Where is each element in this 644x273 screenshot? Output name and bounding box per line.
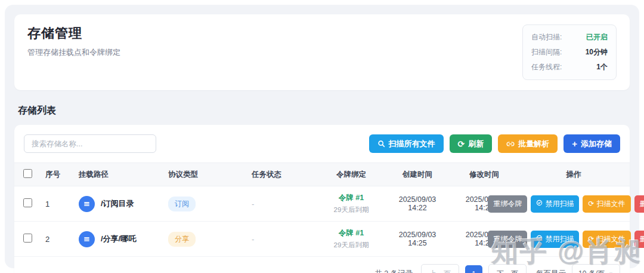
disable-scan-button[interactable]: 禁用扫描 (531, 195, 579, 213)
page-container: 存储管理 管理存储挂载点和令牌绑定 自动扫描: 已开启 扫描间隔: 10分钟 任… (5, 5, 639, 268)
page-number-current[interactable]: 1 (465, 265, 482, 273)
auto-scan-label: 自动扫描: (531, 32, 562, 42)
mount-path-cell: /订阅目录 (79, 196, 159, 212)
header-index: 序号 (41, 163, 74, 186)
search-icon (377, 140, 385, 148)
refresh-icon: ⟳ (588, 235, 594, 243)
table-row: 1 /订阅目录 订阅 - (14, 186, 630, 222)
header-mount-path: 挂载路径 (74, 163, 163, 186)
header-task-status: 任务状态 (247, 163, 318, 186)
check-circle-icon (536, 200, 543, 208)
check-circle-icon (536, 235, 543, 243)
scan-all-files-label: 扫描所有文件 (389, 139, 435, 149)
delete-button[interactable]: 删除 (634, 231, 644, 248)
scan-files-label: 扫描文件 (597, 199, 626, 209)
table-header-row: 序号 挂载路径 协议类型 任务状态 令牌绑定 创建时间 修改时间 操作 (14, 163, 630, 186)
scan-files-button[interactable]: ⟳ 扫描文件 (583, 231, 630, 248)
header-created-time: 创建时间 (384, 163, 451, 186)
add-storage-button[interactable]: + 添加存储 (564, 134, 620, 153)
next-page-button[interactable]: 下一页 (488, 264, 527, 273)
scan-interval-value: 10分钟 (586, 47, 608, 57)
total-records: 共 2 条记录 (374, 269, 413, 273)
header-protocol-type: 协议类型 (163, 163, 247, 186)
per-page-label: 每页显示 (536, 269, 566, 273)
directory-list-icon (79, 196, 95, 212)
storage-table: 序号 挂载路径 协议类型 任务状态 令牌绑定 创建时间 修改时间 操作 1 (14, 162, 630, 257)
per-page-select[interactable]: 10 条/页 ▼ (572, 264, 620, 273)
disable-scan-label: 禁用扫描 (545, 199, 574, 209)
prev-page-button[interactable]: 上一页 (421, 264, 459, 273)
scan-files-button[interactable]: ⟳ 扫描文件 (583, 195, 630, 213)
mount-path-cell: /分享/哪吒 (79, 231, 159, 247)
mount-path-text: /分享/哪吒 (101, 234, 136, 244)
delete-button[interactable]: 删除 (634, 195, 644, 213)
row-actions: 重绑令牌 禁用扫描 ⟳ 扫描 (522, 231, 625, 248)
pagination-bar: 共 2 条记录 上一页 1 下一页 每页显示 10 条/页 ▼ (14, 257, 630, 273)
task-threads-label: 任务线程: (531, 62, 562, 72)
row-actions: 重绑令牌 禁用扫描 ⟳ 扫描 (522, 195, 625, 213)
mount-path-text: /订阅目录 (101, 198, 134, 209)
scan-interval-label: 扫描间隔: (531, 47, 562, 57)
scan-files-label: 扫描文件 (597, 234, 626, 244)
protocol-badge: 订阅 (168, 197, 196, 211)
plus-icon: + (572, 139, 577, 148)
refresh-label: 刷新 (468, 139, 484, 149)
table-row: 2 /分享/哪吒 分享 - (14, 222, 630, 257)
token-link[interactable]: 令牌 #1 (323, 193, 379, 203)
select-all-checkbox[interactable] (23, 169, 32, 178)
scan-all-files-button[interactable]: 扫描所有文件 (369, 134, 444, 153)
row-checkbox[interactable] (23, 234, 32, 243)
header-text-block: 存储管理 管理存储挂载点和令牌绑定 (27, 24, 120, 58)
auto-scan-row: 自动扫描: 已开启 (531, 30, 608, 45)
rebind-token-button[interactable]: 重绑令牌 (488, 195, 527, 213)
scan-info-panel: 自动扫描: 已开启 扫描间隔: 10分钟 任务线程: 1个 (522, 24, 617, 80)
token-expiry: 29天后到期 (323, 205, 379, 214)
storage-list-title: 存储列表 (18, 105, 626, 117)
task-threads-row: 任务线程: 1个 (531, 60, 608, 75)
auto-scan-value: 已开启 (586, 32, 608, 42)
task-status-value: - (252, 200, 254, 208)
refresh-button[interactable]: ⟳ 刷新 (450, 134, 493, 153)
row-checkbox[interactable] (23, 198, 32, 207)
row-index: 1 (41, 186, 74, 222)
toolbar-buttons: 扫描所有文件 ⟳ 刷新 批量解析 + 添加存储 (369, 134, 621, 153)
token-expiry: 29天后到期 (323, 241, 379, 250)
row-index: 2 (41, 222, 74, 257)
batch-parse-label: 批量解析 (518, 139, 549, 149)
created-time: 2025/09/03 14:25 (384, 222, 451, 257)
rebind-token-button[interactable]: 重绑令牌 (488, 231, 527, 248)
refresh-icon: ⟳ (588, 200, 594, 207)
link-icon (506, 140, 515, 148)
header-token-binding: 令牌绑定 (318, 163, 384, 186)
add-storage-label: 添加存储 (581, 139, 612, 149)
task-status-value: - (252, 235, 254, 244)
storage-list-card: 扫描所有文件 ⟳ 刷新 批量解析 + 添加存储 (14, 125, 630, 273)
refresh-icon: ⟳ (458, 140, 465, 148)
page-title: 存储管理 (27, 24, 120, 42)
header-actions: 操作 (518, 163, 630, 186)
token-link[interactable]: 令牌 #1 (323, 228, 379, 238)
disable-scan-label: 禁用扫描 (545, 234, 574, 244)
created-time: 2025/09/03 14:22 (384, 186, 451, 222)
page-subtitle: 管理存储挂载点和令牌绑定 (27, 47, 120, 58)
page-header-card: 存储管理 管理存储挂载点和令牌绑定 自动扫描: 已开启 扫描间隔: 10分钟 任… (14, 14, 630, 90)
search-input[interactable] (24, 134, 156, 153)
header-modified-time: 修改时间 (451, 163, 518, 186)
protocol-badge: 分享 (168, 232, 196, 247)
batch-parse-button[interactable]: 批量解析 (498, 134, 558, 153)
scan-interval-row: 扫描间隔: 10分钟 (531, 45, 608, 60)
chevron-down-icon: ▼ (608, 271, 614, 273)
toolbar: 扫描所有文件 ⟳ 刷新 批量解析 + 添加存储 (14, 134, 630, 153)
directory-list-icon (79, 231, 95, 247)
per-page-value: 10 条/页 (578, 269, 605, 273)
task-threads-value: 1个 (596, 62, 608, 72)
disable-scan-button[interactable]: 禁用扫描 (531, 231, 579, 248)
